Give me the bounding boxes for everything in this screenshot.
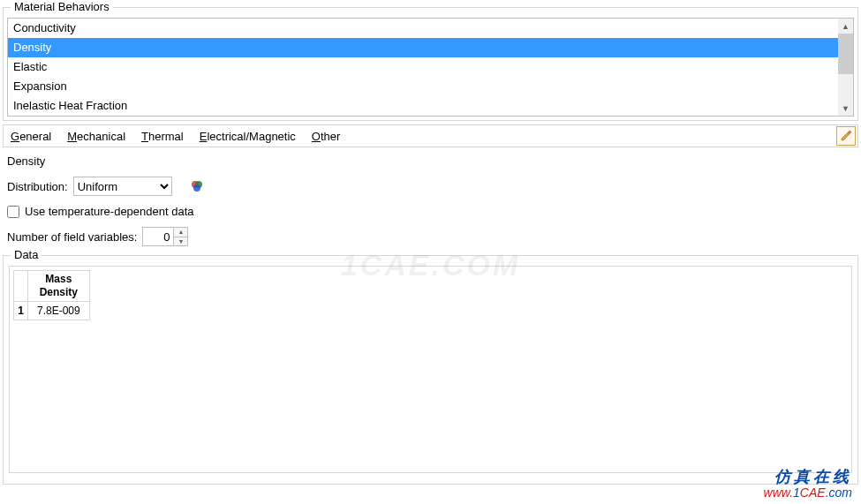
distribution-row: Distribution: Uniform (7, 177, 854, 196)
scrollbar[interactable]: ▲ ▼ (838, 19, 853, 116)
use-temp-label[interactable]: Use temperature-dependent data (25, 205, 194, 218)
spinner-up-icon[interactable]: ▲ (174, 228, 187, 237)
field-color-icon[interactable] (190, 179, 204, 193)
list-item[interactable]: Inelastic Heat Fraction (8, 96, 838, 116)
data-group: Data MassDensity 17.8E-009 (3, 255, 858, 485)
edit-button[interactable] (836, 126, 856, 146)
use-temp-checkbox[interactable] (7, 206, 19, 218)
data-table[interactable]: MassDensity 17.8E-009 (13, 270, 90, 320)
scroll-thumb[interactable] (838, 34, 853, 74)
row-index: 1 (14, 302, 28, 320)
scroll-track[interactable] (838, 34, 853, 101)
nfv-spinner[interactable]: ▲ ▼ (142, 227, 188, 246)
spinner-down-icon[interactable]: ▼ (174, 237, 187, 246)
menu-item[interactable]: Thermal (141, 130, 184, 143)
footer-cn: 仿真在线 (764, 469, 852, 485)
menu-item[interactable]: Electrical/Magnetic (200, 130, 296, 143)
behaviors-listbox[interactable]: ConductivityDensityElasticExpansionInela… (7, 18, 854, 117)
pencil-icon (840, 130, 852, 142)
section-title: Density (7, 154, 854, 168)
distribution-combo[interactable]: Uniform (73, 177, 172, 196)
nfv-label: Number of field variables: (7, 230, 137, 244)
scroll-down-icon[interactable]: ▼ (838, 101, 853, 116)
table-row[interactable]: 17.8E-009 (14, 302, 90, 320)
use-temp-row: Use temperature-dependent data (7, 205, 854, 218)
list-item[interactable]: Conductivity (8, 19, 838, 38)
scroll-up-icon[interactable]: ▲ (838, 19, 853, 34)
footer-url: www.1CAE.com (764, 485, 852, 500)
material-behaviors-group: Material Behaviors ConductivityDensityEl… (3, 7, 858, 121)
svg-point-3 (193, 184, 200, 192)
nfv-row: Number of field variables: ▲ ▼ (7, 227, 854, 246)
menu-item[interactable]: General (11, 130, 51, 143)
column-header[interactable]: MassDensity (28, 271, 90, 302)
behavior-menubar-row: GeneralMechanicalThermalElectrical/Magne… (3, 124, 858, 147)
list-item[interactable]: Density (8, 38, 838, 57)
list-item[interactable]: Elastic (8, 57, 838, 77)
data-area: MassDensity 17.8E-009 (9, 266, 852, 473)
table-cell[interactable]: 7.8E-009 (28, 302, 90, 320)
nfv-input[interactable] (143, 228, 173, 245)
menu-item[interactable]: Other (312, 130, 341, 143)
behavior-menubar: GeneralMechanicalThermalElectrical/Magne… (4, 130, 836, 143)
list-item[interactable]: Expansion (8, 77, 838, 96)
menu-item[interactable]: Mechanical (67, 130, 125, 143)
table-corner (14, 271, 28, 302)
data-legend: Data (11, 248, 42, 261)
material-behaviors-legend: Material Behaviors (11, 0, 113, 13)
footer-brand: 仿真在线 www.1CAE.com (764, 469, 852, 500)
distribution-label: Distribution: (7, 180, 68, 193)
